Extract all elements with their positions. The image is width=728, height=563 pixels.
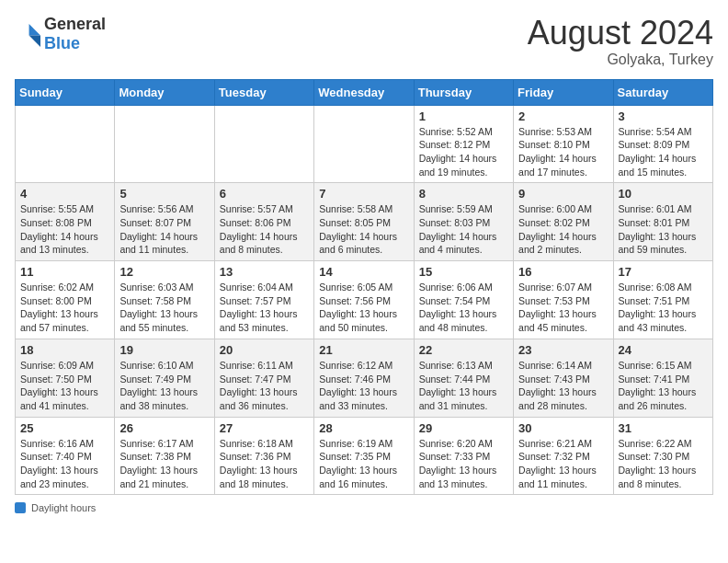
day-info: Sunrise: 6:04 AM Sunset: 7:57 PM Dayligh… (220, 281, 309, 335)
calendar-cell: 18Sunrise: 6:09 AM Sunset: 7:50 PM Dayli… (16, 339, 115, 417)
day-number: 11 (20, 265, 109, 279)
day-number: 23 (518, 343, 608, 357)
day-number: 15 (419, 265, 508, 279)
day-info: Sunrise: 5:56 AM Sunset: 8:07 PM Dayligh… (119, 202, 209, 257)
day-number: 28 (319, 421, 408, 435)
calendar-cell: 24Sunrise: 6:15 AM Sunset: 7:41 PM Dayli… (613, 339, 712, 417)
day-number: 12 (119, 265, 209, 279)
logo-text: General Blue (44, 15, 106, 53)
day-info: Sunrise: 6:21 AM Sunset: 7:32 PM Dayligh… (518, 437, 608, 491)
day-info: Sunrise: 6:13 AM Sunset: 7:44 PM Dayligh… (419, 359, 508, 413)
page-header: General Blue August 2024 Golyaka, Turkey (15, 15, 713, 68)
day-info: Sunrise: 6:14 AM Sunset: 7:43 PM Dayligh… (518, 359, 608, 413)
calendar-cell: 13Sunrise: 6:04 AM Sunset: 7:57 PM Dayli… (214, 261, 313, 339)
calendar-header: SundayMondayTuesdayWednesdayThursdayFrid… (16, 79, 713, 105)
calendar-cell: 8Sunrise: 5:59 AM Sunset: 8:03 PM Daylig… (414, 183, 513, 261)
calendar-cell: 10Sunrise: 6:01 AM Sunset: 8:01 PM Dayli… (613, 183, 712, 261)
day-info: Sunrise: 6:19 AM Sunset: 7:35 PM Dayligh… (319, 437, 408, 491)
day-info: Sunrise: 6:08 AM Sunset: 7:51 PM Dayligh… (619, 281, 708, 335)
day-info: Sunrise: 5:54 AM Sunset: 8:09 PM Dayligh… (619, 125, 708, 179)
day-number: 1 (419, 109, 508, 123)
calendar-cell (214, 105, 313, 183)
calendar-cell: 9Sunrise: 6:00 AM Sunset: 8:02 PM Daylig… (514, 183, 613, 261)
calendar-cell: 19Sunrise: 6:10 AM Sunset: 7:49 PM Dayli… (115, 339, 214, 417)
day-number: 27 (220, 421, 309, 435)
page-subtitle: Golyaka, Turkey (528, 52, 713, 68)
calendar-cell: 23Sunrise: 6:14 AM Sunset: 7:43 PM Dayli… (514, 339, 613, 417)
footer-label: Daylight hours (31, 502, 96, 513)
day-number: 19 (119, 343, 209, 357)
day-number: 2 (518, 109, 608, 123)
calendar-cell: 27Sunrise: 6:18 AM Sunset: 7:36 PM Dayli… (214, 417, 313, 495)
day-info: Sunrise: 5:59 AM Sunset: 8:03 PM Dayligh… (419, 202, 508, 257)
day-info: Sunrise: 5:58 AM Sunset: 8:05 PM Dayligh… (319, 202, 408, 257)
calendar-table: SundayMondayTuesdayWednesdayThursdayFrid… (15, 79, 713, 496)
day-number: 17 (619, 265, 708, 279)
calendar-cell: 11Sunrise: 6:02 AM Sunset: 8:00 PM Dayli… (16, 261, 115, 339)
day-info: Sunrise: 6:16 AM Sunset: 7:40 PM Dayligh… (20, 437, 109, 491)
day-number: 7 (319, 187, 408, 201)
day-number: 20 (220, 343, 309, 357)
day-number: 31 (619, 421, 708, 435)
calendar-cell: 22Sunrise: 6:13 AM Sunset: 7:44 PM Dayli… (414, 339, 513, 417)
logo: General Blue (15, 15, 106, 53)
day-number: 22 (419, 343, 508, 357)
calendar-cell (16, 105, 115, 183)
calendar-week-row: 11Sunrise: 6:02 AM Sunset: 8:00 PM Dayli… (16, 261, 713, 339)
day-info: Sunrise: 6:02 AM Sunset: 8:00 PM Dayligh… (20, 281, 109, 335)
calendar-cell: 1Sunrise: 5:52 AM Sunset: 8:12 PM Daylig… (414, 105, 513, 183)
calendar-cell: 7Sunrise: 5:58 AM Sunset: 8:05 PM Daylig… (314, 183, 414, 261)
calendar-cell: 4Sunrise: 5:55 AM Sunset: 8:08 PM Daylig… (16, 183, 115, 261)
calendar-cell: 28Sunrise: 6:19 AM Sunset: 7:35 PM Dayli… (314, 417, 414, 495)
calendar-cell (115, 105, 214, 183)
calendar-cell: 21Sunrise: 6:12 AM Sunset: 7:46 PM Dayli… (314, 339, 414, 417)
calendar-week-row: 1Sunrise: 5:52 AM Sunset: 8:12 PM Daylig… (16, 105, 713, 183)
calendar-cell: 17Sunrise: 6:08 AM Sunset: 7:51 PM Dayli… (613, 261, 712, 339)
day-info: Sunrise: 6:07 AM Sunset: 7:53 PM Dayligh… (518, 281, 608, 335)
calendar-cell: 26Sunrise: 6:17 AM Sunset: 7:38 PM Dayli… (115, 417, 214, 495)
calendar-body: 1Sunrise: 5:52 AM Sunset: 8:12 PM Daylig… (16, 105, 713, 495)
day-number: 13 (220, 265, 309, 279)
logo-blue: Blue (44, 34, 80, 52)
day-info: Sunrise: 6:12 AM Sunset: 7:46 PM Dayligh… (319, 359, 408, 413)
day-number: 24 (619, 343, 708, 357)
weekday-header-wednesday: Wednesday (314, 79, 414, 105)
day-info: Sunrise: 5:55 AM Sunset: 8:08 PM Dayligh… (20, 202, 109, 257)
day-number: 14 (319, 265, 408, 279)
day-info: Sunrise: 6:09 AM Sunset: 7:50 PM Dayligh… (20, 359, 109, 413)
calendar-cell: 31Sunrise: 6:22 AM Sunset: 7:30 PM Dayli… (613, 417, 712, 495)
logo-icon (15, 21, 40, 47)
calendar-cell: 25Sunrise: 6:16 AM Sunset: 7:40 PM Dayli… (16, 417, 115, 495)
calendar-cell (314, 105, 414, 183)
day-number: 6 (220, 187, 309, 201)
weekday-header-row: SundayMondayTuesdayWednesdayThursdayFrid… (16, 79, 713, 105)
day-number: 8 (419, 187, 508, 201)
day-info: Sunrise: 6:03 AM Sunset: 7:58 PM Dayligh… (119, 281, 209, 335)
calendar-cell: 2Sunrise: 5:53 AM Sunset: 8:10 PM Daylig… (514, 105, 613, 183)
day-number: 3 (619, 109, 708, 123)
weekday-header-monday: Monday (115, 79, 214, 105)
day-number: 29 (419, 421, 508, 435)
day-number: 16 (518, 265, 608, 279)
day-number: 30 (518, 421, 608, 435)
day-info: Sunrise: 5:52 AM Sunset: 8:12 PM Dayligh… (419, 125, 508, 179)
day-info: Sunrise: 6:00 AM Sunset: 8:02 PM Dayligh… (518, 202, 608, 257)
calendar-cell: 16Sunrise: 6:07 AM Sunset: 7:53 PM Dayli… (514, 261, 613, 339)
calendar-cell: 6Sunrise: 5:57 AM Sunset: 8:06 PM Daylig… (214, 183, 313, 261)
day-number: 25 (20, 421, 109, 435)
calendar-cell: 29Sunrise: 6:20 AM Sunset: 7:33 PM Dayli… (414, 417, 513, 495)
day-info: Sunrise: 5:57 AM Sunset: 8:06 PM Dayligh… (220, 202, 309, 257)
day-number: 9 (518, 187, 608, 201)
day-number: 21 (319, 343, 408, 357)
calendar-cell: 14Sunrise: 6:05 AM Sunset: 7:56 PM Dayli… (314, 261, 414, 339)
calendar-cell: 20Sunrise: 6:11 AM Sunset: 7:47 PM Dayli… (214, 339, 313, 417)
day-info: Sunrise: 6:18 AM Sunset: 7:36 PM Dayligh… (220, 437, 309, 491)
day-number: 26 (119, 421, 209, 435)
title-block: August 2024 Golyaka, Turkey (528, 15, 713, 68)
calendar-week-row: 25Sunrise: 6:16 AM Sunset: 7:40 PM Dayli… (16, 417, 713, 495)
day-info: Sunrise: 6:10 AM Sunset: 7:49 PM Dayligh… (119, 359, 209, 413)
day-info: Sunrise: 6:20 AM Sunset: 7:33 PM Dayligh… (419, 437, 508, 491)
weekday-header-friday: Friday (514, 79, 613, 105)
svg-marker-1 (29, 36, 40, 47)
weekday-header-saturday: Saturday (613, 79, 712, 105)
